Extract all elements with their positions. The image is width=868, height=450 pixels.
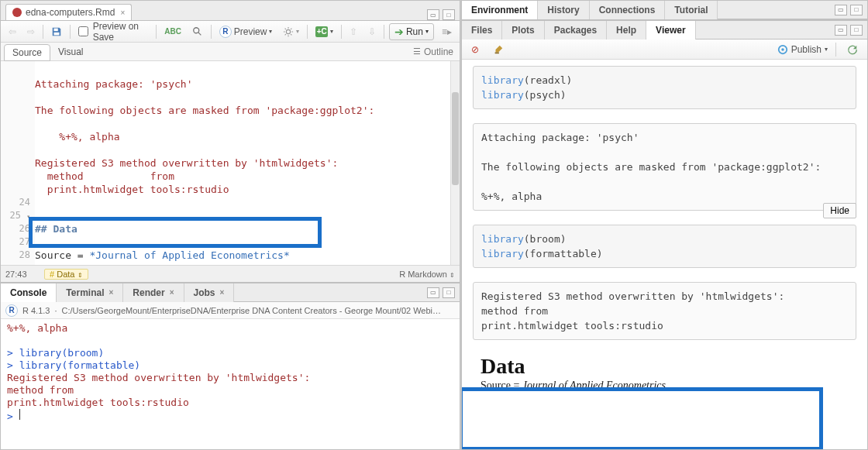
rendered-italic: Journal of Applied Econometrics: [522, 380, 666, 391]
section-crumb[interactable]: # Data ⇕: [44, 269, 88, 280]
environment-tab[interactable]: Environment: [462, 1, 538, 19]
refresh-icon[interactable]: [844, 43, 861, 57]
viewer-content[interactable]: library(readxl) library(psych) Attaching…: [462, 60, 867, 449]
publish-button[interactable]: Publish ▾: [777, 44, 828, 55]
code-block: library(broom) library(formattable): [473, 225, 856, 268]
outline-toggle[interactable]: ☰ Outline: [413, 46, 453, 57]
output-text: print.htmlwidget tools:rstudio: [35, 184, 229, 195]
r-icon: R: [5, 304, 18, 317]
working-dir[interactable]: C:/Users/GeorgeMount/EnterpriseDNA/Enter…: [62, 306, 455, 315]
markdown-italic: *Journal of Applied Econometrics*: [89, 249, 289, 261]
r-version: R 4.1.3: [22, 306, 50, 315]
clear-viewer-icon[interactable]: [490, 43, 507, 57]
forward-icon[interactable]: ⇨: [24, 25, 38, 39]
minimize-icon[interactable]: ▭: [427, 9, 439, 20]
svg-point-2: [194, 27, 199, 33]
run-icon: ➔: [394, 26, 404, 38]
save-icon[interactable]: [48, 25, 65, 39]
markdown-text: Source =: [35, 249, 89, 261]
close-icon[interactable]: ×: [170, 288, 174, 297]
console-output[interactable]: %+%, alpha > library(broom) > library(fo…: [1, 319, 460, 449]
terminal-tab[interactable]: Terminal×: [57, 283, 123, 302]
maximize-icon[interactable]: □: [443, 287, 455, 298]
cursor-position: 27:43: [5, 270, 44, 279]
r-icon: R: [219, 26, 232, 38]
maximize-icon[interactable]: □: [443, 9, 455, 20]
render-tab[interactable]: Render×: [123, 283, 184, 302]
files-tab[interactable]: Files: [462, 21, 502, 40]
run-button[interactable]: ➔ Run ▾: [389, 23, 434, 40]
history-tab[interactable]: History: [538, 1, 589, 19]
markdown-heading: ## Data: [35, 223, 78, 235]
minimize-icon[interactable]: ▭: [835, 5, 847, 15]
svg-rect-1: [53, 32, 59, 35]
editor-toolbar: ⇦ ⇨ Preview on Save ABC R Preview ▾ ▾: [1, 21, 460, 43]
output-text: Attaching package: 'psych': [35, 78, 193, 90]
svg-rect-5: [495, 52, 499, 53]
output-text: %+%, alpha: [35, 131, 120, 143]
publish-source-icon[interactable]: ≡▸: [439, 25, 455, 39]
tutorial-tab[interactable]: Tutorial: [665, 1, 718, 19]
source-view-tab[interactable]: Source: [4, 44, 50, 61]
gear-icon[interactable]: ▾: [280, 25, 302, 39]
prev-chunk-icon[interactable]: ⇧: [346, 25, 360, 39]
output-text: The following objects are masked from 'p…: [35, 105, 374, 116]
plots-tab[interactable]: Plots: [502, 21, 544, 40]
rendered-markdown: Data Source = Journal of Applied Econome…: [473, 354, 856, 397]
minimize-icon[interactable]: ▭: [427, 287, 439, 298]
rmd-icon: [12, 8, 22, 17]
file-type-selector[interactable]: R Markdown ⇕: [399, 270, 455, 279]
close-icon[interactable]: ×: [108, 288, 113, 297]
file-tab[interactable]: edna-computers.Rmd ×: [5, 4, 132, 20]
preview-on-save-checkbox[interactable]: Preview on Save: [75, 19, 152, 44]
svg-rect-0: [53, 28, 57, 31]
insert-chunk-icon[interactable]: +C ▾: [312, 25, 336, 39]
code-editor[interactable]: 24 25 ▾ 26 27 28 Attaching package: 'psy…: [1, 61, 460, 265]
filename: edna-computers.Rmd: [26, 7, 115, 18]
visual-view-tab[interactable]: Visual: [50, 44, 91, 60]
close-icon[interactable]: ×: [220, 288, 225, 297]
rendered-text: Source =: [480, 380, 522, 391]
output-text: method from: [35, 170, 174, 182]
svg-line-3: [198, 32, 202, 35]
code-block: library(readxl) library(psych): [473, 66, 856, 109]
packages-tab[interactable]: Packages: [545, 21, 607, 40]
minimize-icon[interactable]: ▭: [835, 25, 847, 36]
output-block: Attaching package: 'psych' The following…: [473, 123, 856, 211]
remove-viewer-icon[interactable]: ⊘: [468, 43, 482, 57]
line-gutter: 24 25 ▾ 26 27 28: [1, 61, 35, 265]
rendered-heading: Data: [480, 359, 849, 373]
connections-tab[interactable]: Connections: [590, 1, 666, 19]
help-tab[interactable]: Help: [607, 21, 646, 40]
output-block: Registered S3 method overwritten by 'htm…: [473, 282, 856, 340]
publish-icon: [777, 44, 788, 55]
back-icon[interactable]: ⇦: [5, 25, 19, 39]
close-icon[interactable]: ×: [120, 9, 125, 17]
viewer-tab[interactable]: Viewer: [646, 21, 695, 40]
maximize-icon[interactable]: □: [850, 5, 863, 15]
spellcheck-icon[interactable]: ABC: [161, 26, 184, 37]
svg-point-7: [781, 48, 784, 51]
jobs-tab[interactable]: Jobs×: [184, 283, 235, 302]
svg-point-4: [287, 29, 291, 33]
hide-button[interactable]: Hide: [823, 203, 856, 218]
preview-dropdown[interactable]: R Preview ▾: [216, 24, 276, 40]
editor-status-bar: 27:43 # Data ⇕ R Markdown ⇕: [1, 265, 460, 282]
maximize-icon[interactable]: □: [850, 25, 863, 36]
next-chunk-icon[interactable]: ⇩: [365, 25, 379, 39]
output-text: Registered S3 method overwritten by 'htm…: [35, 157, 338, 169]
scrollbar[interactable]: [450, 61, 460, 265]
find-icon[interactable]: [189, 25, 206, 39]
console-tab[interactable]: Console: [1, 283, 57, 302]
